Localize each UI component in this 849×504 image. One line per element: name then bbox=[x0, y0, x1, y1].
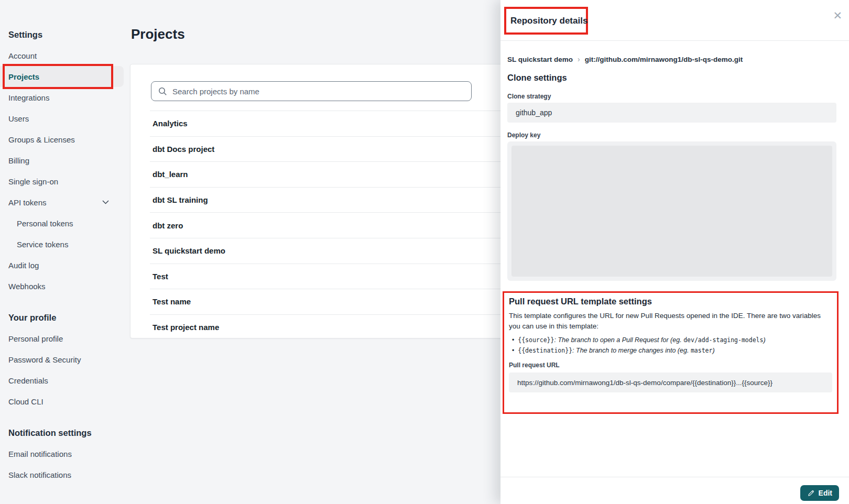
panel-footer: Edit bbox=[500, 477, 849, 504]
variable-code: {{destination}} bbox=[518, 347, 572, 354]
sidebar-item-groups-licenses[interactable]: Groups & Licenses bbox=[0, 129, 124, 150]
project-name: dbt zero bbox=[153, 221, 183, 230]
close-icon[interactable]: ✕ bbox=[833, 10, 842, 21]
deploy-key-redacted-value bbox=[511, 146, 832, 277]
sidebar-item-label: Single sign-on bbox=[8, 177, 58, 186]
chevron-down-icon bbox=[102, 200, 109, 204]
sidebar-item-label: Users bbox=[8, 114, 29, 123]
project-name: Analytics bbox=[153, 119, 188, 128]
sidebar-item-label: API tokens bbox=[8, 198, 47, 207]
sidebar-item-label: Billing bbox=[8, 156, 29, 165]
sidebar-item-billing[interactable]: Billing bbox=[0, 150, 124, 171]
sidebar-header-notification-settings: Notification settings bbox=[0, 422, 124, 443]
sidebar-item-label: Personal profile bbox=[8, 334, 63, 343]
variable-description: : The branch to merge changes into (eg. bbox=[572, 347, 691, 354]
sidebar-item-audit-log[interactable]: Audit log bbox=[0, 255, 124, 276]
project-name: Test project name bbox=[153, 323, 219, 332]
project-name: SL quickstart demo bbox=[153, 246, 225, 255]
annotation-box-repository-details: Repository details bbox=[504, 7, 588, 35]
sidebar-item-cloud-cli[interactable]: Cloud CLI bbox=[0, 391, 124, 412]
clone-strategy-label: Clone strategy bbox=[507, 93, 551, 100]
sidebar-header-your-profile: Your profile bbox=[0, 307, 124, 328]
search-box[interactable] bbox=[151, 81, 472, 101]
sidebar-item-webhooks[interactable]: Webhooks bbox=[0, 276, 124, 297]
sidebar-item-credentials[interactable]: Credentials bbox=[0, 370, 124, 391]
bullet-icon: • bbox=[512, 347, 514, 355]
sidebar-item-email-notifications[interactable]: Email notifications bbox=[0, 443, 124, 464]
sidebar-item-label: Credentials bbox=[8, 376, 48, 385]
panel-title: Repository details bbox=[510, 16, 587, 26]
sidebar-item-service-tokens[interactable]: Service tokens bbox=[0, 234, 124, 255]
sidebar-item-api-tokens[interactable]: API tokens bbox=[0, 192, 124, 213]
project-name: Test name bbox=[153, 297, 191, 306]
bullet-icon: • bbox=[512, 336, 514, 345]
sidebar-item-label: Password & Security bbox=[8, 355, 81, 364]
sidebar-item-single-sign-on[interactable]: Single sign-on bbox=[0, 171, 124, 192]
deploy-key-label: Deploy key bbox=[507, 132, 540, 139]
breadcrumb-project[interactable]: SL quickstart demo bbox=[507, 56, 573, 63]
clone-strategy-field: github_app bbox=[507, 103, 836, 123]
project-name: dbt Docs project bbox=[153, 145, 214, 154]
repository-details-panel: Repository details ✕ SL quickstart demo … bbox=[500, 0, 849, 504]
clone-settings-heading: Clone settings bbox=[507, 73, 567, 83]
sidebar-item-personal-tokens[interactable]: Personal tokens bbox=[0, 213, 124, 234]
sidebar-item-label: Service tokens bbox=[17, 240, 68, 249]
list-item: • {{destination}}: The branch to merge c… bbox=[509, 346, 831, 355]
settings-sidebar: Settings Account Projects Integrations U… bbox=[0, 0, 124, 504]
sidebar-item-label: Projects bbox=[8, 72, 39, 81]
edit-button-label: Edit bbox=[819, 489, 832, 497]
edit-button[interactable]: Edit bbox=[800, 485, 839, 501]
project-name: dbt SL training bbox=[153, 195, 208, 204]
sidebar-item-label: Email notifications bbox=[8, 450, 72, 458]
pull-request-settings-description: This template configures the URL for new… bbox=[509, 311, 831, 332]
variable-example: master bbox=[691, 347, 713, 354]
deploy-key-field bbox=[507, 141, 836, 281]
sidebar-item-label: Webhooks bbox=[8, 282, 46, 291]
search-input[interactable] bbox=[172, 87, 471, 96]
breadcrumb: SL quickstart demo › git://github.com/mi… bbox=[507, 52, 743, 66]
variable-suffix: ) bbox=[712, 347, 714, 354]
sidebar-item-projects[interactable]: Projects bbox=[0, 66, 124, 87]
pull-request-url-label: Pull request URL bbox=[509, 361, 831, 369]
sidebar-item-label: Account bbox=[8, 51, 37, 60]
sidebar-item-label: Cloud CLI bbox=[8, 397, 43, 406]
sidebar-item-label: Audit log bbox=[8, 261, 39, 270]
pull-request-url-value: https://github.com/mirnawong1/db-sl-qs-d… bbox=[517, 379, 772, 387]
sidebar-item-label: Integrations bbox=[8, 93, 49, 102]
pull-request-settings-heading: Pull request URL template settings bbox=[509, 297, 831, 306]
sidebar-item-users[interactable]: Users bbox=[0, 108, 124, 129]
pencil-icon bbox=[807, 489, 815, 497]
pull-request-url-field: https://github.com/mirnawong1/db-sl-qs-d… bbox=[509, 372, 832, 392]
panel-header-divider bbox=[500, 40, 849, 41]
page-title: Projects bbox=[131, 26, 185, 42]
sidebar-item-personal-profile[interactable]: Personal profile bbox=[0, 328, 124, 349]
list-item: • {{source}}: The branch to open a Pull … bbox=[509, 335, 831, 345]
pull-request-variables-list: • {{source}}: The branch to open a Pull … bbox=[509, 335, 831, 355]
chevron-right-icon: › bbox=[578, 55, 580, 63]
sidebar-item-label: Groups & Licenses bbox=[8, 135, 75, 144]
sidebar-header-settings: Settings bbox=[0, 24, 124, 45]
sidebar-item-integrations[interactable]: Integrations bbox=[0, 87, 124, 108]
variable-suffix: ) bbox=[763, 336, 765, 344]
sidebar-item-slack-notifications[interactable]: Slack notifications bbox=[0, 464, 124, 485]
sidebar-item-label: Personal tokens bbox=[17, 219, 73, 228]
sidebar-item-account[interactable]: Account bbox=[0, 45, 124, 66]
clone-strategy-value: github_app bbox=[516, 108, 552, 117]
project-name: dbt_learn bbox=[153, 170, 188, 179]
annotation-box-pull-request-settings: Pull request URL template settings This … bbox=[503, 291, 839, 414]
sidebar-item-password-security[interactable]: Password & Security bbox=[0, 349, 124, 370]
search-icon bbox=[158, 87, 167, 96]
variable-example: dev/add-staging-models bbox=[683, 336, 763, 344]
breadcrumb-repo-url: git://github.com/mirnawong1/db-sl-qs-dem… bbox=[585, 56, 743, 63]
variable-description: : The branch to open a Pull Request for … bbox=[554, 336, 683, 344]
sidebar-item-label: Slack notifications bbox=[8, 470, 71, 479]
variable-code: {{source}} bbox=[518, 336, 554, 344]
project-name: Test bbox=[153, 272, 168, 281]
